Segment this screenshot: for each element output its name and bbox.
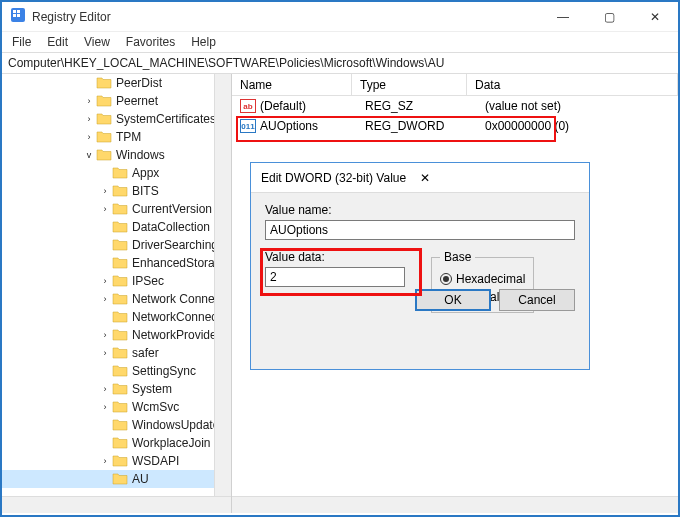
tree-node[interactable]: WindowsUpdate: [2, 416, 232, 434]
tree-label: safer: [132, 346, 159, 360]
expand-twisty-icon[interactable]: ›: [82, 132, 96, 142]
value-name: (Default): [260, 99, 306, 113]
base-legend: Base: [440, 250, 475, 264]
expand-twisty-icon[interactable]: ›: [98, 294, 112, 304]
tree-node[interactable]: vWindows: [2, 146, 232, 164]
tree-node[interactable]: ›System: [2, 380, 232, 398]
tree-node[interactable]: ›Peernet: [2, 92, 232, 110]
folder-icon: [112, 184, 128, 198]
expand-twisty-icon[interactable]: ›: [82, 96, 96, 106]
value-name: AUOptions: [260, 119, 318, 133]
tree-label: AU: [132, 472, 149, 486]
tree-node[interactable]: Appx: [2, 164, 232, 182]
expand-twisty-icon[interactable]: ›: [98, 402, 112, 412]
expand-twisty-icon[interactable]: ›: [82, 114, 96, 124]
tree-node[interactable]: NetworkConnecti: [2, 308, 232, 326]
col-type[interactable]: Type: [352, 74, 467, 95]
maximize-button[interactable]: ▢: [586, 2, 632, 32]
ok-button[interactable]: OK: [415, 289, 491, 311]
tree-node[interactable]: ›safer: [2, 344, 232, 362]
value-name-input[interactable]: AUOptions: [265, 220, 575, 240]
tree-label: IPSec: [132, 274, 164, 288]
tree-node[interactable]: ›TPM: [2, 128, 232, 146]
svg-rect-1: [13, 10, 16, 13]
value-type: REG_SZ: [357, 99, 477, 113]
tree-label: CurrentVersion: [132, 202, 212, 216]
cancel-button[interactable]: Cancel: [499, 289, 575, 311]
tree-node[interactable]: ›WSDAPI: [2, 452, 232, 470]
menu-help[interactable]: Help: [191, 35, 216, 49]
expand-twisty-icon[interactable]: v: [82, 150, 96, 160]
svg-rect-2: [17, 10, 20, 13]
menu-favorites[interactable]: Favorites: [126, 35, 175, 49]
tree-node[interactable]: ›Network Connect: [2, 290, 232, 308]
tree-node[interactable]: ›CurrentVersion: [2, 200, 232, 218]
tree-node[interactable]: WorkplaceJoin: [2, 434, 232, 452]
folder-icon: [112, 346, 128, 360]
expand-twisty-icon[interactable]: ›: [98, 276, 112, 286]
tree-node[interactable]: ›BITS: [2, 182, 232, 200]
folder-icon: [112, 382, 128, 396]
column-headers: Name Type Data: [232, 74, 678, 96]
folder-icon: [96, 94, 112, 108]
tree-node[interactable]: DataCollection: [2, 218, 232, 236]
expand-twisty-icon[interactable]: ›: [98, 384, 112, 394]
minimize-button[interactable]: —: [540, 2, 586, 32]
dialog-close-button[interactable]: ✕: [420, 171, 579, 185]
value-type-icon: ab: [240, 99, 256, 113]
folder-icon: [112, 436, 128, 450]
tree-node[interactable]: PeerDist: [2, 74, 232, 92]
window-title: Registry Editor: [32, 10, 540, 24]
col-data[interactable]: Data: [467, 74, 678, 95]
folder-icon: [112, 220, 128, 234]
folder-icon: [112, 238, 128, 252]
radio-hexadecimal[interactable]: Hexadecimal: [440, 272, 525, 286]
address-bar[interactable]: Computer\HKEY_LOCAL_MACHINE\SOFTWARE\Pol…: [2, 52, 678, 74]
expand-twisty-icon[interactable]: ›: [98, 330, 112, 340]
tree-label: WindowsUpdate: [132, 418, 219, 432]
tree-vertical-scrollbar[interactable]: [214, 74, 231, 496]
dialog-titlebar: Edit DWORD (32-bit) Value ✕: [251, 163, 589, 193]
tree-label: WcmSvc: [132, 400, 179, 414]
list-horizontal-scrollbar[interactable]: [232, 496, 678, 513]
svg-rect-3: [13, 14, 16, 17]
list-row[interactable]: 011AUOptionsREG_DWORD0x00000000 (0): [232, 116, 678, 136]
tree-horizontal-scrollbar[interactable]: [2, 496, 231, 513]
expand-twisty-icon[interactable]: ›: [98, 348, 112, 358]
tree-label: SettingSync: [132, 364, 196, 378]
folder-icon: [112, 472, 128, 486]
tree-node[interactable]: ›WcmSvc: [2, 398, 232, 416]
folder-icon: [96, 76, 112, 90]
tree-node[interactable]: DriverSearching: [2, 236, 232, 254]
tree-node[interactable]: SettingSync: [2, 362, 232, 380]
tree-label: BITS: [132, 184, 159, 198]
value-data-label: Value data:: [265, 250, 413, 264]
col-name[interactable]: Name: [232, 74, 352, 95]
tree-label: Appx: [132, 166, 159, 180]
folder-icon: [96, 130, 112, 144]
expand-twisty-icon[interactable]: ›: [98, 204, 112, 214]
tree-node[interactable]: ›IPSec: [2, 272, 232, 290]
value-data-input[interactable]: 2: [265, 267, 405, 287]
menu-file[interactable]: File: [12, 35, 31, 49]
tree-node[interactable]: AU: [2, 470, 232, 488]
expand-twisty-icon[interactable]: ›: [98, 456, 112, 466]
value-type: REG_DWORD: [357, 119, 477, 133]
folder-icon: [112, 328, 128, 342]
expand-twisty-icon[interactable]: ›: [98, 186, 112, 196]
tree-node[interactable]: EnhancedStorage: [2, 254, 232, 272]
tree-label: SystemCertificates: [116, 112, 216, 126]
menu-edit[interactable]: Edit: [47, 35, 68, 49]
folder-icon: [112, 292, 128, 306]
radio-dot-icon: [440, 273, 452, 285]
tree-node[interactable]: ›NetworkProvider: [2, 326, 232, 344]
folder-icon: [112, 454, 128, 468]
list-row[interactable]: ab(Default)REG_SZ(value not set): [232, 96, 678, 116]
folder-icon: [112, 256, 128, 270]
menu-view[interactable]: View: [84, 35, 110, 49]
close-button[interactable]: ✕: [632, 2, 678, 32]
edit-dword-dialog: Edit DWORD (32-bit) Value ✕ Value name: …: [250, 162, 590, 370]
menubar: File Edit View Favorites Help: [2, 32, 678, 52]
tree-node[interactable]: ›SystemCertificates: [2, 110, 232, 128]
folder-icon: [96, 112, 112, 126]
